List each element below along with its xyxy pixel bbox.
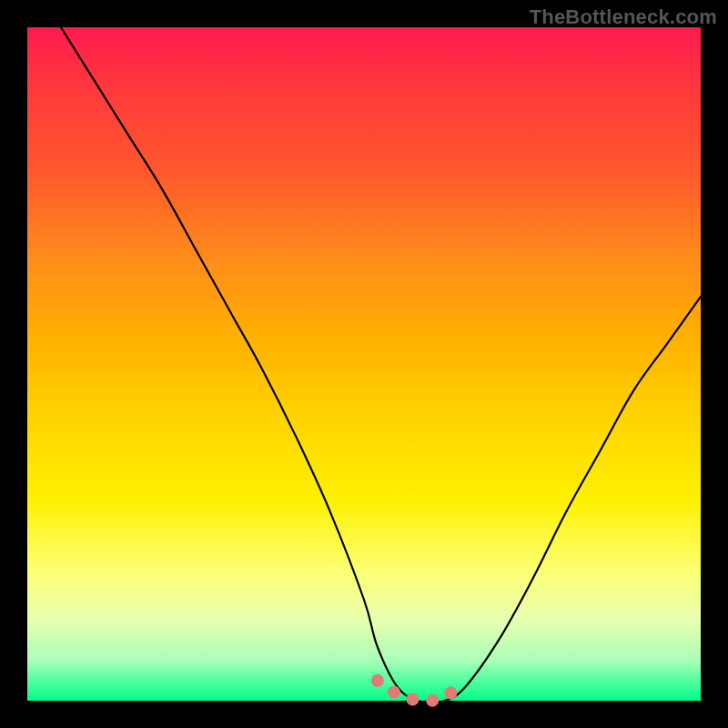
chart-canvas: TheBottleneck.com xyxy=(0,0,728,728)
watermark-text: TheBottleneck.com xyxy=(530,5,717,29)
optimal-range-dots xyxy=(378,681,459,701)
chart-svg xyxy=(27,27,701,701)
bottleneck-curve xyxy=(61,27,701,702)
